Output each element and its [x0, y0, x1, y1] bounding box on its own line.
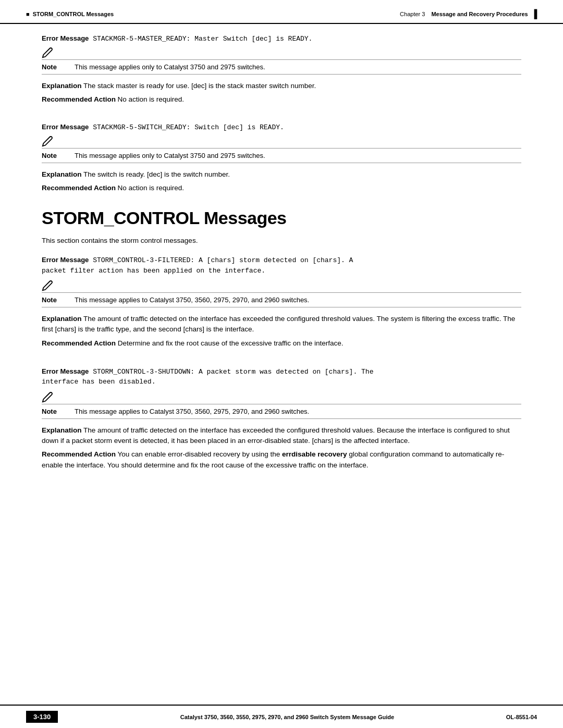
- note-container-filtered: Note This message applies to Catalyst 37…: [42, 280, 521, 307]
- error-code-2: STACKMGR-5-SWITCH_READY: Switch [dec] is…: [93, 124, 284, 131]
- note-text-filtered: This message applies to Catalyst 3750, 3…: [75, 296, 521, 304]
- error-label-filtered: Error Message: [42, 256, 89, 264]
- pencil-icon-2: [42, 135, 53, 147]
- header-right: Chapter 3 Message and Recovery Procedure…: [400, 9, 537, 19]
- note-pencil-row-filtered: [42, 280, 521, 291]
- exp-text-shutdown-content: The amount of traffic detected on the in…: [42, 426, 510, 445]
- exp-text-2-content: The switch is ready. [dec] is the switch…: [83, 170, 230, 178]
- note-text-1: This message applies only to Catalyst 37…: [75, 63, 521, 71]
- note-text-2: This message applies only to Catalyst 37…: [75, 152, 521, 159]
- action-line-shutdown: Recommended Action You can enable error-…: [42, 449, 521, 471]
- note-label-shutdown: Note: [42, 408, 70, 415]
- note-box-1: Note This message applies only to Cataly…: [42, 59, 521, 75]
- error-label-2: Error Message: [42, 123, 89, 131]
- header-left-label: STORM_CONTROL Messages: [33, 11, 114, 17]
- pencil-icon-1: [42, 47, 53, 58]
- storm-control-heading: STORM_CONTROL Messages: [42, 208, 521, 228]
- note-box-filtered: Note This message applies to Catalyst 37…: [42, 292, 521, 307]
- note-container-1: Note This message applies only to Cataly…: [42, 47, 521, 75]
- explanation-line-2: Explanation The switch is ready. [dec] i…: [42, 169, 521, 180]
- note-pencil-row-2: [42, 135, 521, 147]
- action-text-shutdown-before-content: You can enable error-disabled recovery b…: [118, 450, 282, 458]
- action-text-shutdown-bold: errdisable recovery: [282, 450, 347, 458]
- note-text-shutdown: This message applies to Catalyst 3750, 3…: [75, 408, 521, 415]
- error-message-line-2: Error Message STACKMGR-5-SWITCH_READY: S…: [42, 123, 521, 131]
- error-block-master-ready: Error Message STACKMGR-5-MASTER_READY: M…: [42, 34, 521, 105]
- action-label-2: Recommended Action: [42, 184, 116, 192]
- explanation-line-1: Explanation The stack master is ready fo…: [42, 81, 521, 91]
- explanation-line-filtered: Explanation The amount of traffic detect…: [42, 314, 521, 335]
- error-block-shutdown: Error Message STORM_CONTROL-3-SHUTDOWN: …: [42, 366, 521, 471]
- error-message-line-1: Error Message STACKMGR-5-MASTER_READY: M…: [42, 34, 521, 43]
- note-box-shutdown: Note This message applies to Catalyst 37…: [42, 404, 521, 419]
- pencil-icon-shutdown: [42, 391, 53, 403]
- note-container-shutdown: Note This message applies to Catalyst 37…: [42, 391, 521, 419]
- action-line-2: Recommended Action No action is required…: [42, 183, 521, 193]
- exp-label-filtered: Explanation: [42, 315, 82, 323]
- note-label-1: Note: [42, 63, 70, 71]
- error-message-line-shutdown: Error Message STORM_CONTROL-3-SHUTDOWN: …: [42, 366, 521, 387]
- chapter-label: Chapter 3: [400, 11, 425, 17]
- exp-text-filtered-content: The amount of traffic detected on the in…: [42, 315, 515, 333]
- content-area: Error Message STACKMGR-5-MASTER_READY: M…: [0, 24, 563, 496]
- footer-right-text: OL-8551-04: [506, 714, 537, 720]
- action-text-1-content: No action is required.: [117, 95, 184, 103]
- error-label-1: Error Message: [42, 34, 89, 42]
- action-line-filtered: Recommended Action Determine and fix the…: [42, 338, 521, 349]
- error-block-filtered: Error Message STORM_CONTROL-3-FILTERED: …: [42, 255, 521, 349]
- action-line-1: Recommended Action No action is required…: [42, 94, 521, 105]
- error-message-line-filtered: Error Message STORM_CONTROL-3-FILTERED: …: [42, 255, 521, 276]
- error-code-filtered-1: STORM_CONTROL-3-FILTERED: A [chars] stor…: [93, 256, 353, 264]
- action-label-1: Recommended Action: [42, 95, 116, 103]
- header-title: Message and Recovery Procedures: [431, 11, 528, 17]
- page-footer: 3-130 Catalyst 3750, 3560, 3550, 2975, 2…: [0, 705, 563, 728]
- header-left: ■ STORM_CONTROL Messages: [26, 11, 114, 17]
- page: ■ STORM_CONTROL Messages Chapter 3 Messa…: [0, 0, 563, 728]
- error-code-filtered-2: packet filter action has been applied on…: [42, 267, 265, 275]
- error-block-switch-ready: Error Message STACKMGR-5-SWITCH_READY: S…: [42, 123, 521, 194]
- header-bar-icon: ▐: [531, 9, 537, 19]
- exp-label-2: Explanation: [42, 170, 82, 178]
- exp-text-1-content: The stack master is ready for use. [dec]…: [83, 82, 316, 90]
- error-code-1: STACKMGR-5-MASTER_READY: Master Switch […: [93, 35, 312, 43]
- header-left-square: ■: [26, 11, 30, 17]
- exp-label-shutdown: Explanation: [42, 426, 82, 434]
- error-code-shutdown-1: STORM_CONTROL-3-SHUTDOWN: A packet storm…: [93, 368, 373, 376]
- note-container-2: Note This message applies only to Cataly…: [42, 135, 521, 163]
- note-label-filtered: Note: [42, 296, 70, 304]
- explanation-line-shutdown: Explanation The amount of traffic detect…: [42, 425, 521, 447]
- pencil-icon-filtered: [42, 280, 53, 291]
- action-label-shutdown: Recommended Action: [42, 450, 116, 458]
- note-box-2: Note This message applies only to Cataly…: [42, 148, 521, 163]
- section-intro: This section contains the storm control …: [42, 237, 521, 244]
- footer-page-number: 3-130: [26, 711, 58, 723]
- action-label-filtered: Recommended Action: [42, 339, 116, 347]
- note-pencil-row-1: [42, 47, 521, 58]
- error-label-shutdown: Error Message: [42, 367, 89, 375]
- error-code-shutdown-2: interface has been disabled.: [42, 378, 155, 386]
- action-text-filtered-content: Determine and fix the root cause of the …: [118, 339, 344, 347]
- footer-center-text: Catalyst 3750, 3560, 3550, 2975, 2970, a…: [68, 714, 506, 720]
- exp-label-1: Explanation: [42, 82, 82, 90]
- note-pencil-row-shutdown: [42, 391, 521, 403]
- page-header: ■ STORM_CONTROL Messages Chapter 3 Messa…: [0, 0, 563, 24]
- action-text-2-content: No action is required.: [117, 184, 184, 192]
- note-label-2: Note: [42, 152, 70, 159]
